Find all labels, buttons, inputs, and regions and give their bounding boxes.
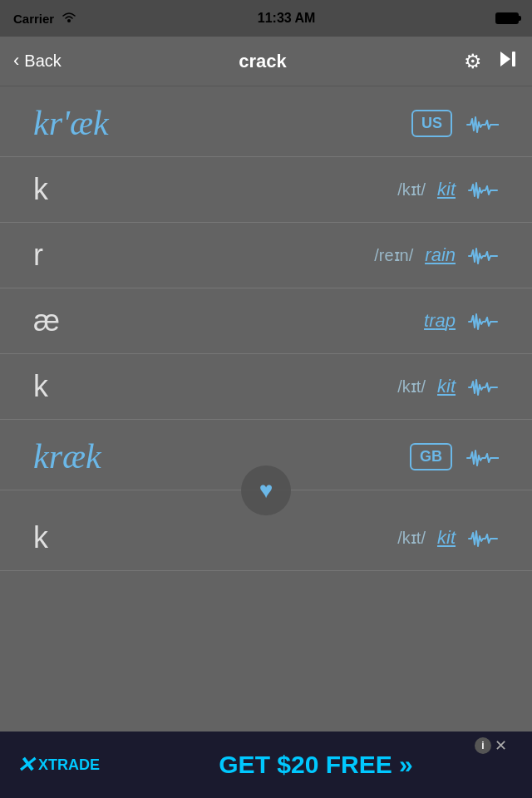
- status-time: 11:33 AM: [258, 11, 316, 26]
- wifi-icon: [61, 11, 77, 26]
- back-chevron-icon: ‹: [13, 50, 19, 71]
- ad-info-area: i ✕: [475, 736, 507, 755]
- pronunciation-header-right-gb: GB: [410, 443, 499, 470]
- status-left: Carrier: [13, 11, 77, 26]
- phoneme-row-k1: k /kɪt/ kit: [0, 157, 532, 223]
- phoneme-row-ae: æ trap: [0, 288, 532, 354]
- dialect-badge-gb[interactable]: GB: [410, 443, 452, 470]
- ad-banner: ✕ XTRADE GET $20 FREE » i ✕: [0, 732, 532, 798]
- waveform-k2-icon[interactable]: [467, 376, 499, 397]
- back-button[interactable]: ‹ Back: [13, 52, 62, 71]
- phoneme-letter-k2: k: [33, 369, 48, 404]
- waveform-k1-icon[interactable]: [467, 179, 499, 200]
- content-inner: kr'æk US k /kɪt/ kit: [0, 86, 532, 571]
- heart-icon: ♥: [259, 477, 273, 504]
- ad-logo: ✕ XTRADE: [17, 752, 100, 778]
- phoneme-right-k1: /kɪt/ kit: [397, 179, 499, 200]
- phoneme-word-k2[interactable]: kit: [437, 376, 456, 397]
- ad-logo-x: ✕: [17, 752, 35, 778]
- ipa-large-us: kr'æk: [33, 103, 109, 143]
- phoneme-right-k3: /kɪt/ kit: [397, 527, 499, 549]
- phoneme-right-ae: trap: [424, 310, 499, 332]
- nav-icons: ⚙: [464, 48, 519, 75]
- phoneme-letter-ae: æ: [33, 303, 60, 338]
- phoneme-ipa-k2: /kɪt/: [397, 377, 426, 397]
- phoneme-ipa-k1: /kɪt/: [397, 180, 426, 200]
- ad-logo-trade: XTRADE: [38, 756, 100, 774]
- ad-info-button[interactable]: i: [475, 737, 491, 754]
- nav-bar: ‹ Back crack ⚙: [0, 37, 532, 86]
- phoneme-row-k2: k /kɪt/ kit: [0, 354, 532, 420]
- phoneme-word-k1[interactable]: kit: [437, 179, 456, 200]
- waveform-gb-icon[interactable]: [466, 444, 499, 470]
- ad-text[interactable]: GET $20 FREE »: [116, 751, 515, 779]
- svg-rect-1: [512, 52, 515, 66]
- ad-close-button[interactable]: ✕: [495, 736, 507, 755]
- back-label: Back: [24, 52, 61, 71]
- phoneme-row-r: r /reɪn/ rain: [0, 223, 532, 288]
- content-area: kr'æk US k /kɪt/ kit: [0, 86, 532, 732]
- status-bar: Carrier 11:33 AM: [0, 0, 532, 37]
- phoneme-letter-r: r: [33, 238, 43, 273]
- skip-icon[interactable]: [497, 48, 519, 75]
- waveform-k3-icon[interactable]: [467, 527, 499, 549]
- phoneme-right-k2: /kɪt/ kit: [397, 376, 499, 397]
- page-title: crack: [239, 51, 287, 72]
- svg-marker-2: [500, 52, 510, 66]
- svg-point-0: [67, 19, 71, 22]
- pronunciation-header-us: kr'æk US: [0, 86, 532, 157]
- phoneme-letter-k1: k: [33, 172, 48, 207]
- waveform-r-icon[interactable]: [467, 244, 499, 266]
- waveform-us-icon[interactable]: [466, 111, 499, 136]
- phoneme-word-k3[interactable]: kit: [437, 527, 456, 549]
- carrier-label: Carrier: [13, 12, 54, 26]
- phoneme-word-ae[interactable]: trap: [424, 310, 456, 332]
- settings-icon[interactable]: ⚙: [464, 50, 482, 73]
- battery-icon: [495, 12, 519, 24]
- phoneme-right-r: /reɪn/ rain: [374, 244, 499, 266]
- phoneme-word-r[interactable]: rain: [425, 244, 456, 266]
- phoneme-ipa-r: /reɪn/: [374, 245, 413, 265]
- pronunciation-header-right-us: US: [411, 110, 499, 137]
- dialect-badge-us[interactable]: US: [411, 110, 452, 137]
- ipa-large-gb: kræk: [33, 436, 101, 476]
- phoneme-letter-k3: k: [33, 520, 48, 555]
- favorite-button[interactable]: ♥: [241, 466, 291, 515]
- gb-section: kræk GB ♥: [0, 420, 532, 490]
- waveform-ae-icon[interactable]: [467, 310, 499, 332]
- phoneme-ipa-k3: /kɪt/: [397, 528, 426, 548]
- status-right: [495, 12, 519, 24]
